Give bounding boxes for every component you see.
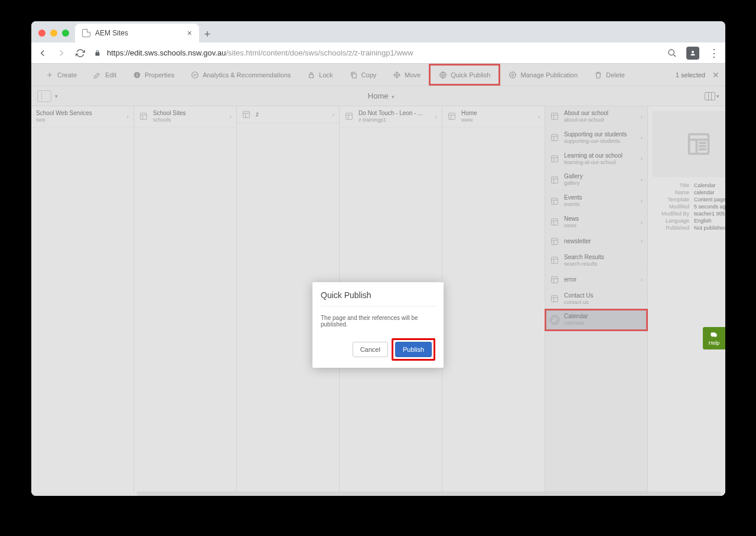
list-item[interactable]: Search Resultssearch-results: [545, 250, 647, 272]
chevron-right-icon: ›: [641, 155, 643, 162]
rail-toggle-button[interactable]: [37, 90, 51, 102]
page-icon: [550, 112, 559, 121]
svg-rect-2: [136, 74, 137, 76]
window-close-button[interactable]: [38, 30, 45, 37]
profile-button[interactable]: [686, 47, 699, 60]
list-item[interactable]: Supporting our studentssupporting-our-st…: [545, 128, 647, 149]
manage-publication-button[interactable]: Manage Publication: [500, 64, 586, 86]
quick-publish-button[interactable]: Quick Publish: [429, 64, 500, 86]
svg-rect-18: [552, 198, 558, 204]
chevron-right-icon: ›: [641, 219, 643, 225]
browser-urlbar: https://edit.sws.schools.nsw.gov.au/site…: [31, 43, 725, 64]
browser-tabbar: AEM Sites × +: [31, 21, 725, 43]
svg-rect-11: [243, 112, 250, 118]
svg-rect-15: [552, 135, 558, 141]
column-5: About our schoolabout-our-school›Support…: [545, 106, 648, 492]
browser-window: AEM Sites × + https://edit.sws.schools.n…: [31, 21, 725, 496]
chevron-right-icon: ›: [230, 113, 232, 120]
reload-button[interactable]: [75, 48, 86, 58]
title-row: ▾ Home ▾ ▾: [31, 86, 725, 106]
list-item[interactable]: Learning at our schoollearning-at-our-sc…: [545, 149, 647, 170]
move-button[interactable]: Move: [384, 64, 429, 86]
list-item[interactable]: ✓Calendarcalendar: [545, 309, 647, 331]
list-item[interactable]: newsletter›: [545, 233, 647, 250]
details-panel: TitleCalendarNamecalendarTemplateContent…: [648, 106, 725, 492]
list-item[interactable]: z ›: [237, 106, 339, 123]
svg-rect-5: [309, 74, 314, 77]
svg-rect-21: [552, 257, 558, 264]
edit-button[interactable]: Edit: [85, 64, 125, 86]
chevron-down-icon: ▾: [392, 94, 395, 100]
new-tab-button[interactable]: +: [199, 26, 216, 43]
publish-button[interactable]: Publish: [395, 342, 432, 357]
copy-button[interactable]: Copy: [341, 64, 385, 86]
back-button[interactable]: [37, 48, 48, 58]
page-icon: [550, 175, 559, 185]
delete-button[interactable]: Delete: [586, 64, 633, 86]
properties-button[interactable]: Properties: [125, 64, 183, 86]
page-icon: [344, 112, 354, 121]
svg-rect-16: [552, 156, 558, 162]
window-minimize-button[interactable]: [50, 30, 57, 37]
window-maximize-button[interactable]: [62, 30, 69, 37]
page-icon: [550, 256, 559, 265]
list-item[interactable]: Gallerygallery›: [545, 169, 647, 191]
list-item[interactable]: Do Not Touch - Leon - ...z-trainingp1 ›: [340, 106, 442, 128]
chevron-right-icon: ›: [641, 276, 643, 283]
list-item[interactable]: Contact Uscontact-us: [545, 289, 647, 310]
svg-rect-6: [352, 73, 356, 78]
page-icon: [550, 275, 559, 285]
close-tab-icon[interactable]: ×: [187, 28, 192, 38]
window-controls: [36, 30, 75, 43]
publish-highlight: Publish: [392, 338, 435, 361]
chevron-right-icon: ›: [435, 113, 437, 120]
selection-count: 1 selected: [676, 71, 709, 79]
list-item[interactable]: Homewww ›: [442, 106, 545, 128]
browser-tab[interactable]: AEM Sites ×: [75, 24, 199, 43]
lock-button[interactable]: Lock: [299, 64, 341, 86]
svg-rect-3: [136, 73, 137, 73]
page-icon: [550, 154, 559, 164]
chevron-right-icon: ›: [641, 238, 643, 244]
horizontal-scrollbar[interactable]: [136, 491, 721, 496]
list-item[interactable]: School Sitesschools ›: [134, 106, 236, 128]
chevron-right-icon: ›: [538, 113, 540, 120]
page-icon: [242, 110, 251, 119]
svg-rect-10: [141, 113, 147, 120]
page-icon: [550, 197, 559, 206]
list-item[interactable]: About our schoolabout-our-school›: [545, 106, 647, 128]
page-icon: [82, 29, 90, 37]
url-text: https://edit.sws.schools.nsw.gov.au/site…: [107, 48, 413, 57]
page-icon: [139, 112, 148, 121]
page-icon: [550, 237, 559, 246]
forward-button[interactable]: [56, 48, 67, 58]
cancel-button[interactable]: Cancel: [353, 342, 388, 357]
address-bar[interactable]: https://edit.sws.schools.nsw.gov.au/site…: [94, 48, 659, 57]
create-button[interactable]: Create: [37, 64, 85, 86]
column-4: Homewww ›: [442, 106, 545, 492]
svg-rect-22: [552, 276, 558, 283]
page-thumbnail: [653, 111, 725, 177]
aem-app: Create Edit Properties Analytics & Recom…: [31, 64, 725, 496]
close-selection-button[interactable]: ✕: [709, 70, 719, 80]
svg-point-0: [669, 50, 674, 55]
list-item[interactable]: School Web Servicessws ›: [31, 106, 133, 128]
analytics-button[interactable]: Analytics & Recommendations: [183, 64, 299, 86]
svg-rect-14: [552, 113, 558, 120]
zoom-icon[interactable]: [667, 48, 677, 58]
list-item[interactable]: Newsnews›: [545, 212, 647, 233]
browser-menu-button[interactable]: ⋮: [709, 47, 719, 60]
help-button[interactable]: Help: [703, 327, 725, 349]
svg-rect-17: [552, 177, 558, 183]
page-icon: [550, 133, 559, 142]
list-item[interactable]: error›: [545, 272, 647, 289]
svg-rect-13: [449, 113, 455, 120]
breadcrumb: Home ▾: [58, 91, 705, 100]
column-0: School Web Servicessws ›: [31, 106, 134, 492]
svg-rect-20: [552, 238, 558, 244]
list-item[interactable]: Eventsevents›: [545, 191, 647, 212]
view-switcher-button[interactable]: [705, 92, 715, 100]
column-1: School Sitesschools ›: [134, 106, 237, 492]
action-toolbar: Create Edit Properties Analytics & Recom…: [31, 64, 725, 86]
chevron-right-icon: ›: [641, 113, 643, 120]
